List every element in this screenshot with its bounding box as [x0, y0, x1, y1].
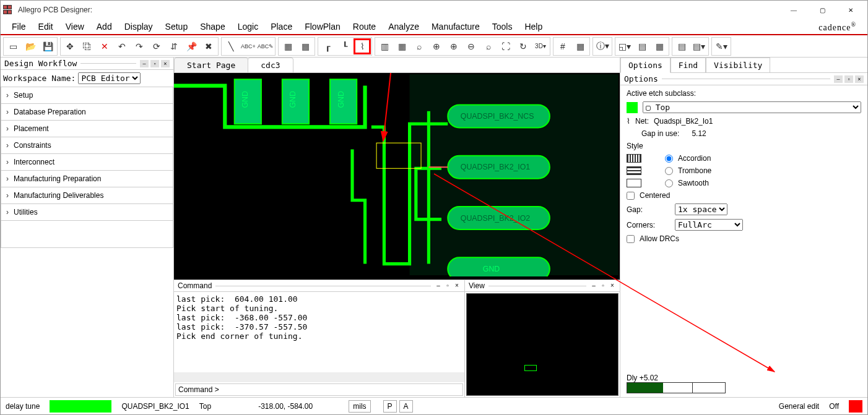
text-add-icon[interactable]: ABC+ [240, 38, 257, 54]
wf-database-preparation[interactable]: Database Preparation [1, 104, 173, 121]
pin-icon[interactable]: 📌 [183, 38, 200, 54]
shape2-icon[interactable]: ▤ [633, 38, 651, 54]
unpin-icon[interactable]: ✖ [200, 38, 217, 54]
open-icon[interactable]: 📂 [22, 38, 39, 54]
layer-select[interactable]: ▢ Top [643, 101, 861, 113]
menu-analyze[interactable]: Analyze [382, 19, 425, 34]
move-icon[interactable]: ✥ [61, 38, 79, 54]
palette-icon[interactable]: ▦ [571, 38, 589, 54]
wf-mfg-prep[interactable]: Manufacturing Preparation [1, 171, 173, 187]
info-icon[interactable]: ⓘ▾ [594, 38, 611, 54]
delete-icon[interactable]: ✕ [96, 38, 113, 54]
view-dock-icon[interactable]: ▫ [599, 282, 607, 289]
style-accordion[interactable]: Accordion [665, 154, 711, 163]
cmd-min-icon[interactable]: – [435, 282, 442, 289]
copy-icon[interactable]: ⿻ [79, 38, 96, 54]
wf-constraints[interactable]: Constraints [1, 137, 173, 154]
rtab-find[interactable]: Find [671, 58, 706, 72]
undo-icon[interactable]: ↶ [113, 38, 131, 54]
text-edit-icon[interactable]: ABC✎ [257, 38, 274, 54]
new-icon[interactable]: ▭ [4, 38, 22, 54]
menu-setup[interactable]: Setup [159, 19, 194, 34]
gap-select[interactable]: 1x space [675, 203, 727, 215]
grid2-icon[interactable]: ▦ [393, 38, 410, 54]
rtab-visibility[interactable]: Visibility [706, 58, 770, 72]
route1-icon[interactable]: ┎ [319, 38, 336, 54]
grid1-icon[interactable]: ▥ [376, 38, 393, 54]
hash-icon[interactable]: # [554, 38, 571, 54]
maximize-button[interactable]: ▢ [808, 1, 836, 19]
centered-checkbox[interactable]: Centered [627, 191, 861, 200]
zoom-reset-icon[interactable]: ⌕ [480, 38, 497, 54]
wf-utilities[interactable]: Utilities [1, 204, 173, 221]
rotate-icon[interactable]: ⟳ [148, 38, 165, 54]
redo-icon[interactable]: ↷ [131, 38, 148, 54]
pcb-canvas[interactable]: GND GND GND QUADSPI_BK2_NCS QUADSPI_BK2_… [174, 73, 620, 280]
mirror-icon[interactable]: ⇵ [165, 38, 183, 54]
refresh-icon[interactable]: ↻ [514, 38, 532, 54]
style-trombone[interactable]: Trombone [665, 166, 711, 175]
allow-drc-checkbox[interactable]: Allow DRCs [627, 234, 861, 243]
status-units[interactable]: mils [349, 400, 370, 413]
menu-edit[interactable]: Edit [32, 19, 59, 34]
panel-min-icon[interactable]: – [140, 60, 149, 67]
wf-placement[interactable]: Placement [1, 121, 173, 137]
status-a-button[interactable]: A [399, 400, 413, 413]
chip-icon[interactable]: ▦ [279, 38, 297, 54]
view-minimap[interactable] [466, 293, 618, 396]
wf-interconnect[interactable]: Interconnect [1, 154, 173, 171]
report-icon[interactable]: ▤ [673, 38, 690, 54]
line-icon[interactable]: ╲ [222, 38, 240, 54]
corners-select[interactable]: FullArc [675, 219, 743, 231]
menu-logic[interactable]: Logic [232, 19, 264, 34]
command-input[interactable]: Command > [175, 383, 463, 396]
menu-flowplan[interactable]: FlowPlan [298, 19, 347, 34]
shape1-icon[interactable]: ◱▾ [616, 38, 633, 54]
menu-route[interactable]: Route [347, 19, 382, 34]
layer-color-swatch[interactable] [627, 102, 638, 113]
zoom-in-icon[interactable]: ⊕ [445, 38, 462, 54]
opt-close-icon[interactable]: × [855, 75, 864, 83]
zoom-fit-icon[interactable]: ⊕ [428, 38, 445, 54]
rtab-options[interactable]: Options [620, 58, 671, 73]
workspace-select[interactable]: PCB Editor [78, 72, 141, 84]
report2-icon[interactable]: ▤▾ [690, 38, 708, 54]
menu-add[interactable]: Add [90, 19, 118, 34]
prefs-icon[interactable]: ✎▾ [713, 38, 730, 54]
menu-manufacture[interactable]: Manufacture [425, 19, 486, 34]
status-p-button[interactable]: P [383, 400, 397, 413]
menu-shape[interactable]: Shape [194, 19, 231, 34]
route2-icon[interactable]: ┖ [336, 38, 354, 54]
delay-tune-icon[interactable]: ⌇ [354, 38, 371, 54]
menu-display[interactable]: Display [118, 19, 159, 34]
tab-start-page[interactable]: Start Page [174, 58, 248, 72]
status-drc-indicator[interactable] [849, 400, 862, 413]
cmd-dock-icon[interactable]: ▫ [444, 282, 451, 289]
view-close-icon[interactable]: × [609, 282, 616, 289]
minimize-button[interactable]: — [779, 1, 808, 19]
view-min-icon[interactable]: – [590, 282, 597, 289]
expand-icon[interactable]: ⛶ [497, 38, 514, 54]
cmd-close-icon[interactable]: × [453, 282, 461, 289]
shape3-icon[interactable]: ▦ [651, 38, 668, 54]
close-button[interactable]: ✕ [836, 1, 865, 19]
zoom-sel-icon[interactable]: ⌕ [410, 38, 428, 54]
tab-design[interactable]: cdc3 [248, 58, 293, 72]
zoom-out-icon[interactable]: ⊖ [462, 38, 480, 54]
menu-view[interactable]: View [59, 19, 90, 34]
opt-dock-icon[interactable]: ▫ [844, 75, 853, 83]
3d-icon[interactable]: 3D▾ [532, 38, 549, 54]
menu-place[interactable]: Place [264, 19, 298, 34]
chip2-icon[interactable]: ▦ [297, 38, 314, 54]
panel-dock-icon[interactable]: ▫ [150, 60, 159, 67]
opt-min-icon[interactable]: – [834, 75, 843, 83]
wf-mfg-deliv[interactable]: Manufacturing Deliverables [1, 187, 173, 204]
menu-help[interactable]: Help [518, 19, 549, 34]
menu-tools[interactable]: Tools [486, 19, 519, 34]
wf-setup[interactable]: Setup [1, 87, 173, 104]
save-icon[interactable]: 💾 [39, 38, 56, 54]
menu-file[interactable]: File [6, 19, 32, 34]
panel-close-icon[interactable]: × [161, 60, 170, 67]
command-scrollbar[interactable] [174, 372, 464, 382]
style-sawtooth[interactable]: Sawtooth [665, 179, 711, 187]
